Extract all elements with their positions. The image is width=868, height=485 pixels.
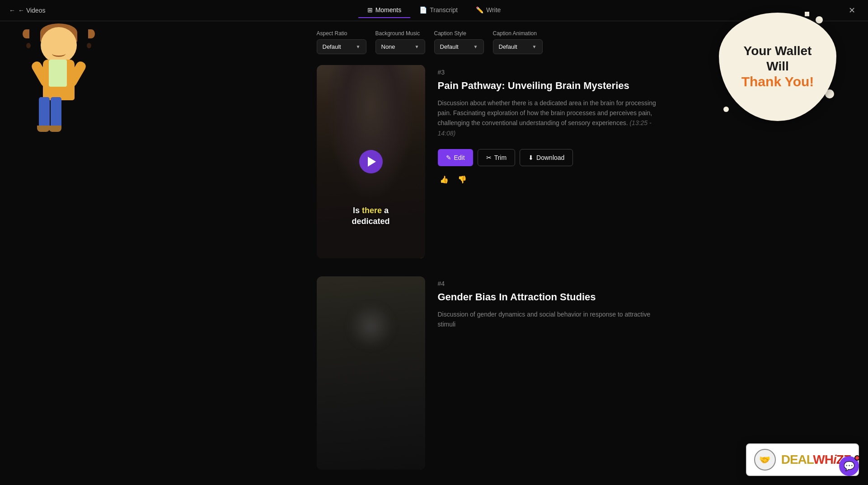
moment-card-3: Is there a dedicated #3 Pain Pathway: Un… <box>317 65 660 258</box>
main-content: Aspect Ratio Default ▼ Background Music … <box>0 21 868 485</box>
moment-feedback-3: 👍 👎 <box>438 173 660 186</box>
trim-button-3[interactable]: ✂ Trim <box>478 149 515 166</box>
download-button-3[interactable]: ⬇ Download <box>520 149 573 166</box>
thumbs-down-icon: 👎 <box>458 176 467 183</box>
moment-card-4: #4 Gender Bias In Attraction Studies Dis… <box>317 276 660 470</box>
back-button[interactable]: ← ← Videos <box>9 7 45 14</box>
chevron-down-icon: ▼ <box>356 44 361 49</box>
thumbs-up-icon: 👍 <box>440 176 449 183</box>
moments-icon: ⊞ <box>367 6 373 14</box>
caption-word-there: there <box>362 206 382 215</box>
thumbs-down-button-3[interactable]: 👎 <box>456 173 469 186</box>
tab-transcript-label: Transcript <box>430 6 458 14</box>
caption-word-dedicated: dedicated <box>352 217 389 226</box>
aspect-ratio-value: Default <box>323 43 341 50</box>
caption-animation-select[interactable]: Default ▼ <box>493 39 543 54</box>
caption-style-value: Default <box>440 43 459 50</box>
moment-title-4: Gender Bias In Attraction Studies <box>438 291 660 304</box>
caption-word-is: Is <box>353 206 362 215</box>
caption-animation-label: Caption Animation <box>493 30 543 37</box>
video-thumbnail-4[interactable] <box>317 276 425 470</box>
background-music-value: None <box>381 43 395 50</box>
chat-widget[interactable]: 💬 <box>839 456 859 476</box>
moment-number-3: #3 <box>438 69 660 76</box>
video-thumbnail-3[interactable]: Is there a dedicated <box>317 65 425 258</box>
aspect-ratio-select[interactable]: Default ▼ <box>317 39 366 54</box>
chevron-down-icon-4: ▼ <box>532 44 537 49</box>
moment-info-3: #3 Pain Pathway: Unveiling Brain Mysteri… <box>438 65 660 186</box>
tab-write-label: Write <box>486 6 501 14</box>
caption-style-filter: Caption Style Default ▼ <box>434 30 484 54</box>
caption-animation-filter: Caption Animation Default ▼ <box>493 30 543 54</box>
caption-style-label: Caption Style <box>434 30 484 37</box>
background-music-filter: Background Music None ▼ <box>375 30 425 54</box>
moment-title-3: Pain Pathway: Unveiling Brain Mysteries <box>438 79 660 93</box>
moment-actions-3: ✎ Edit ✂ Trim ⬇ Download <box>438 149 660 166</box>
aspect-ratio-filter: Aspect Ratio Default ▼ <box>317 30 366 54</box>
background-music-label: Background Music <box>375 30 425 37</box>
tab-moments[interactable]: ⊞ Moments <box>358 3 411 18</box>
moment-info-4: #4 Gender Bias In Attraction Studies Dis… <box>438 276 660 340</box>
description-text-3: Discussion about whether there is a dedi… <box>438 99 656 127</box>
chevron-down-icon-2: ▼ <box>415 44 419 49</box>
chevron-down-icon-3: ▼ <box>474 44 478 49</box>
tab-moments-label: Moments <box>375 6 402 14</box>
caption-style-select[interactable]: Default ▼ <box>434 39 484 54</box>
back-arrow-icon: ← <box>9 7 15 14</box>
blurred-face <box>348 303 394 349</box>
download-icon: ⬇ <box>528 154 534 161</box>
write-icon: ✏️ <box>476 6 483 14</box>
moment-description-3: Discussion about whether there is a dedi… <box>438 98 660 139</box>
filters-row: Aspect Ratio Default ▼ Background Music … <box>317 30 660 54</box>
scissors-icon: ✂ <box>486 154 492 161</box>
close-button[interactable]: ✕ <box>845 4 859 17</box>
main-nav-tabs: ⊞ Moments 📄 Transcript ✏️ Write <box>358 3 510 18</box>
tab-write[interactable]: ✏️ Write <box>467 3 510 18</box>
edit-icon: ✎ <box>446 154 451 161</box>
caption-animation-value: Default <box>499 43 517 50</box>
content-area: Aspect Ratio Default ▼ Background Music … <box>317 30 660 485</box>
back-label: ← Videos <box>18 7 45 14</box>
top-navigation: ← ← Videos ⊞ Moments 📄 Transcript ✏️ Wri… <box>0 0 868 21</box>
caption-text-3: Is there a dedicated <box>321 205 421 227</box>
thumbs-up-button-3[interactable]: 👍 <box>438 173 450 186</box>
notification-dot <box>854 455 860 461</box>
video-caption-3: Is there a dedicated <box>317 205 425 227</box>
chat-icon: 💬 <box>844 461 855 471</box>
moment-number-4: #4 <box>438 280 660 287</box>
background-music-select[interactable]: None ▼ <box>375 39 425 54</box>
edit-button-3[interactable]: ✎ Edit <box>438 149 473 166</box>
tab-transcript[interactable]: 📄 Transcript <box>410 3 467 18</box>
caption-word-a: a <box>382 206 389 215</box>
transcript-icon: 📄 <box>419 6 427 14</box>
aspect-ratio-label: Aspect Ratio <box>317 30 366 37</box>
play-button-3[interactable] <box>359 150 383 173</box>
moment-description-4: Discussion of gender dynamics and social… <box>438 309 660 330</box>
